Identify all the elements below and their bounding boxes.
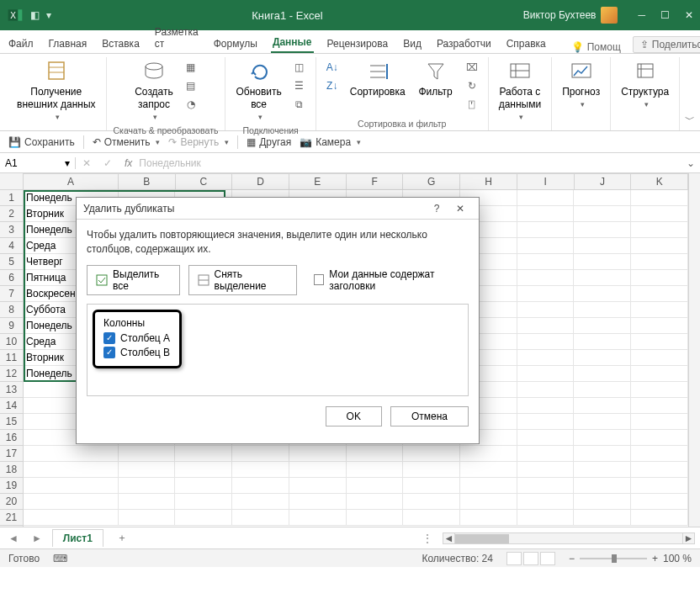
close-button[interactable]: ✕ bbox=[685, 9, 693, 21]
properties-icon[interactable]: ☰ bbox=[290, 77, 309, 94]
cell[interactable] bbox=[24, 494, 119, 510]
tab-home[interactable]: Главная bbox=[47, 34, 89, 53]
cell[interactable] bbox=[403, 446, 460, 462]
cell[interactable] bbox=[574, 398, 631, 414]
cell[interactable] bbox=[574, 446, 631, 462]
cell[interactable] bbox=[347, 494, 404, 510]
cell[interactable] bbox=[574, 334, 631, 350]
cell[interactable] bbox=[460, 494, 517, 510]
col-header[interactable]: J bbox=[575, 174, 632, 189]
cell[interactable] bbox=[574, 414, 631, 430]
cell[interactable] bbox=[119, 462, 176, 478]
cell[interactable] bbox=[574, 206, 631, 222]
unselect-all-button[interactable]: Снять выделение bbox=[188, 265, 298, 295]
cell[interactable] bbox=[347, 478, 404, 494]
filter-button[interactable]: Фильтр bbox=[414, 57, 458, 100]
cell[interactable] bbox=[119, 446, 176, 462]
row-header[interactable]: 3 bbox=[0, 222, 23, 238]
row-header[interactable]: 12 bbox=[0, 366, 23, 382]
cell[interactable] bbox=[574, 350, 631, 366]
row-header[interactable]: 19 bbox=[0, 478, 23, 494]
cell[interactable] bbox=[24, 510, 119, 526]
tab-formulas[interactable]: Формулы bbox=[212, 34, 259, 53]
row-header[interactable]: 9 bbox=[0, 318, 23, 334]
sheet-tab-active[interactable]: Лист1 bbox=[52, 529, 103, 547]
cell[interactable] bbox=[175, 510, 232, 526]
cell[interactable] bbox=[175, 446, 232, 462]
row-header[interactable]: 15 bbox=[0, 414, 23, 430]
row-header[interactable]: 21 bbox=[0, 510, 23, 526]
redo-button[interactable]: ↷Вернуть bbox=[168, 136, 229, 148]
name-box[interactable]: A1 ▾ bbox=[0, 157, 76, 169]
dialog-close-button[interactable]: ✕ bbox=[448, 203, 472, 215]
cell[interactable] bbox=[631, 462, 688, 478]
cell[interactable] bbox=[574, 462, 631, 478]
camera-button[interactable]: 📷Камера bbox=[300, 136, 361, 148]
cell[interactable] bbox=[232, 494, 289, 510]
recent-sources-icon[interactable]: ◔ bbox=[182, 96, 200, 113]
cell[interactable] bbox=[347, 446, 404, 462]
sort-za-icon[interactable]: Z↓ bbox=[323, 77, 342, 94]
cell[interactable] bbox=[631, 270, 688, 286]
cell[interactable] bbox=[517, 238, 575, 254]
autosave-icon[interactable]: ◧ bbox=[30, 9, 40, 21]
cell[interactable] bbox=[460, 478, 517, 494]
cell[interactable] bbox=[517, 366, 575, 382]
cell[interactable] bbox=[517, 254, 575, 270]
cell[interactable] bbox=[403, 462, 460, 478]
cell[interactable] bbox=[232, 510, 289, 526]
user-account[interactable]: Виктор Бухтеев bbox=[523, 7, 618, 24]
outline-button[interactable]: Структура bbox=[618, 57, 672, 111]
cell[interactable] bbox=[232, 446, 289, 462]
cell[interactable] bbox=[631, 398, 688, 414]
row-header[interactable]: 11 bbox=[0, 350, 23, 366]
tab-view[interactable]: Вид bbox=[401, 34, 423, 53]
sort-az-icon[interactable]: A↓ bbox=[323, 59, 342, 76]
sort-button[interactable]: Сортировка bbox=[347, 57, 409, 100]
row-header[interactable]: 17 bbox=[0, 446, 23, 462]
row-header[interactable]: 7 bbox=[0, 286, 23, 302]
cell[interactable] bbox=[631, 238, 688, 254]
cell[interactable] bbox=[517, 430, 575, 446]
clear-filter-icon[interactable]: ⌧ bbox=[463, 59, 481, 76]
accept-formula-icon[interactable]: ✓ bbox=[103, 157, 112, 169]
cell[interactable] bbox=[574, 510, 631, 526]
cell[interactable] bbox=[289, 446, 347, 462]
cell[interactable] bbox=[631, 430, 688, 446]
cell[interactable] bbox=[631, 510, 688, 526]
cell[interactable] bbox=[175, 494, 232, 510]
other-button[interactable]: ▦Другая bbox=[247, 136, 291, 148]
sheet-nav-next-icon[interactable]: ► bbox=[29, 532, 45, 544]
cell[interactable] bbox=[347, 462, 404, 478]
cell[interactable] bbox=[175, 478, 232, 494]
tab-data[interactable]: Данные bbox=[271, 33, 314, 53]
cell[interactable] bbox=[517, 350, 575, 366]
zoom-out-icon[interactable]: − bbox=[569, 553, 575, 564]
cell[interactable] bbox=[631, 446, 688, 462]
collapse-ribbon-icon[interactable]: ﹀ bbox=[685, 113, 695, 127]
forecast-button[interactable]: Прогноз bbox=[559, 57, 603, 111]
cell[interactable] bbox=[517, 302, 575, 318]
cell[interactable] bbox=[517, 206, 575, 222]
view-page-break-button[interactable] bbox=[540, 552, 555, 565]
cell[interactable] bbox=[403, 478, 460, 494]
edit-links-icon[interactable]: ⧉ bbox=[290, 96, 309, 113]
cell[interactable] bbox=[517, 270, 575, 286]
scroll-right-icon[interactable]: ► bbox=[682, 533, 694, 544]
row-header[interactable]: 5 bbox=[0, 254, 23, 270]
cell[interactable] bbox=[24, 462, 119, 478]
cell[interactable] bbox=[574, 222, 631, 238]
col-header[interactable]: K bbox=[631, 174, 688, 189]
cell[interactable] bbox=[631, 318, 688, 334]
cell[interactable] bbox=[631, 302, 688, 318]
cell[interactable] bbox=[631, 382, 688, 398]
col-header[interactable]: E bbox=[289, 174, 347, 189]
cell[interactable] bbox=[574, 366, 631, 382]
cell[interactable] bbox=[574, 254, 631, 270]
cell[interactable] bbox=[517, 398, 575, 414]
col-header[interactable]: C bbox=[176, 174, 233, 189]
cell[interactable] bbox=[631, 414, 688, 430]
cell[interactable] bbox=[574, 270, 631, 286]
cell[interactable] bbox=[631, 334, 688, 350]
zoom-in-icon[interactable]: + bbox=[652, 553, 658, 564]
